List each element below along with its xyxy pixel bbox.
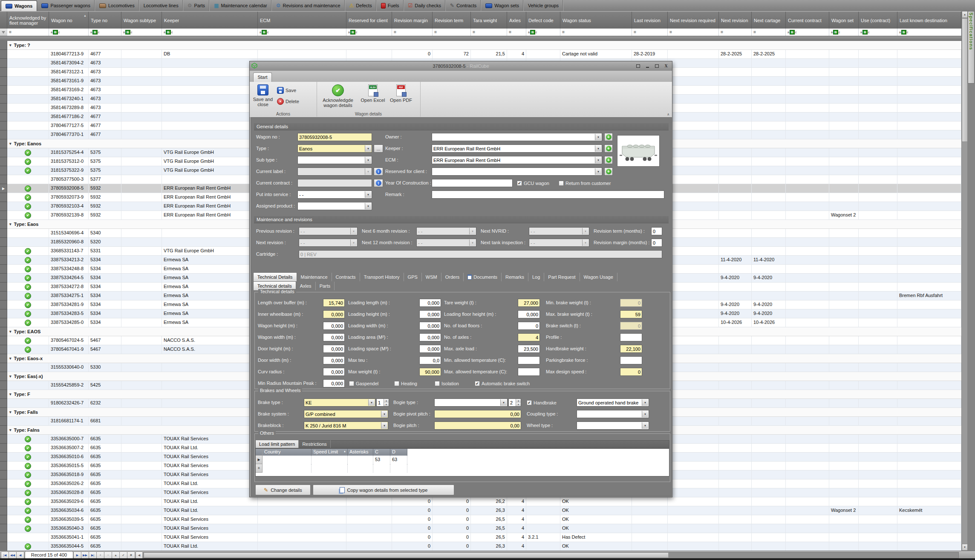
filter-cell-rev_margin[interactable]: = <box>392 29 433 36</box>
tab-wagons[interactable]: Wagons <box>1 0 37 11</box>
chevron-down-icon[interactable]: ▼ <box>595 134 601 140</box>
tab-locomotives[interactable]: Locomotives <box>95 0 139 11</box>
technical-field[interactable]: 0,000 <box>419 345 441 353</box>
horizontal-scrollbar-thumb[interactable] <box>144 552 669 558</box>
technical-field[interactable]: 0,000 <box>323 368 345 376</box>
scroll-up-icon[interactable]: ▲ <box>962 11 968 18</box>
column-header-status[interactable]: Wagon status <box>560 12 632 29</box>
technical-field[interactable]: 0,000 <box>323 310 345 318</box>
nav-forward-icon[interactable]: ▶▶ <box>81 551 89 559</box>
filter-funnel-cell[interactable] <box>0 29 7 36</box>
nav-last-icon[interactable]: ▶| <box>89 551 97 559</box>
spin-down-icon[interactable]: ▼ <box>516 403 521 407</box>
minimize-button[interactable] <box>643 63 652 69</box>
add-button[interactable]: + <box>604 156 613 164</box>
technical-field[interactable]: 0,000 <box>419 322 441 330</box>
technical-field[interactable]: 0,000 <box>323 379 345 387</box>
technical-field[interactable]: 22,100 <box>620 345 642 353</box>
nav-cancel-icon[interactable]: ✖ <box>127 551 135 559</box>
tab-log[interactable]: Log <box>528 273 544 281</box>
tab-remarks[interactable]: Remarks <box>502 273 528 281</box>
remark-field[interactable] <box>432 191 664 199</box>
tab-contracts[interactable]: ✎Contracts <box>446 0 481 11</box>
brake-count-spinner[interactable]: 1▲▼ <box>376 398 389 407</box>
chevron-down-icon[interactable]: ▼ <box>365 145 371 152</box>
technical-checkbox-2[interactable]: Heating <box>394 379 417 387</box>
chevron-down-icon[interactable]: ▼ <box>595 168 601 175</box>
technical-field[interactable]: 0,000 <box>419 310 441 318</box>
technical-field[interactable]: 0 <box>620 368 642 376</box>
nav-rewind-icon[interactable]: ◀◀ <box>9 551 17 559</box>
chevron-down-icon[interactable]: ▼ <box>365 203 371 209</box>
tab-revisions-and-maintenance[interactable]: ⚙Revisions and maintenance <box>272 0 345 11</box>
column-header-next_rev_req[interactable]: Next revision required <box>668 12 719 29</box>
tab-wagon-sets[interactable]: Wagon sets <box>481 0 524 11</box>
tab-part-request[interactable]: Part Request <box>544 273 580 281</box>
chevron-down-icon[interactable]: ▼ <box>381 411 387 417</box>
technical-field[interactable] <box>620 333 642 341</box>
technical-field[interactable]: 15,740 <box>323 299 345 307</box>
save-and-close-button[interactable]: Save and close <box>251 84 274 111</box>
info-button[interactable]: ! <box>374 179 383 187</box>
filter-cell-ecm[interactable]: aBc <box>258 29 346 36</box>
handbrake-checkbox[interactable]: Handbrake <box>527 398 557 407</box>
maintenance-date-field[interactable]: - -▼ <box>416 239 476 247</box>
filter-cell-use[interactable]: aBc <box>859 29 897 36</box>
technical-field[interactable]: 27,000 <box>518 299 540 307</box>
column-header-wagon_set[interactable]: Wagon set <box>829 12 859 29</box>
table-row[interactable]: ✔33536635039-56635TOUAX Rail Services002… <box>0 515 961 524</box>
filter-cell-tara[interactable]: = <box>471 29 507 36</box>
general-field[interactable]: 37805932008-5 <box>297 133 372 141</box>
technical-field[interactable] <box>518 368 540 376</box>
column-header-reserved[interactable]: Reserved for client <box>346 12 392 29</box>
add-button[interactable]: + <box>604 144 613 153</box>
tab-maintenance[interactable]: Maintenance <box>297 273 332 281</box>
technical-field[interactable]: 23,500 <box>518 345 540 353</box>
bogie-type-combo[interactable]: ▼ <box>434 398 508 407</box>
tab-daily-checks[interactable]: ☑Daily checks <box>404 0 446 11</box>
technical-checkbox-1[interactable]: Gaspendel <box>349 379 378 387</box>
filter-cell-subtype[interactable]: aBc <box>121 29 162 36</box>
load-limit-column-d[interactable]: D <box>390 449 407 456</box>
load-limit-new-row[interactable]: ✳ <box>256 464 669 473</box>
maintenance-months-field[interactable]: 0 <box>651 239 662 247</box>
group-row[interactable]: ▾Type: ? <box>0 41 961 50</box>
column-header-last_rev[interactable]: Last revision <box>632 12 668 29</box>
table-row[interactable]: 31804677213-94677DB07221,54Cartage not v… <box>0 50 961 59</box>
technical-checkbox-3[interactable]: Isolation <box>435 379 459 387</box>
table-row[interactable]: ✔33536635029-66635TOUAX Rail Ltd.0026,24… <box>0 497 961 506</box>
filter-cell-last_rev[interactable]: = <box>632 29 668 36</box>
general-field[interactable]: ▼ <box>297 202 372 210</box>
technical-field[interactable]: 0,0 <box>419 356 441 364</box>
close-button[interactable]: X <box>662 63 670 69</box>
vertical-scrollbar[interactable]: ▲ ▼ <box>961 11 968 551</box>
table-row[interactable]: 33536635041-16635TOUAX Rail Services0026… <box>0 533 961 542</box>
bogie-count-spinner[interactable]: 2▲▼ <box>508 398 521 407</box>
nav-edit-icon[interactable]: ▲ <box>112 551 120 559</box>
chevron-down-icon[interactable]: ▼ <box>595 157 601 163</box>
technical-field[interactable]: 0,000 <box>419 333 441 341</box>
general-field[interactable]: ▼ <box>432 133 602 141</box>
nav-next-icon[interactable]: ▶ <box>73 551 81 559</box>
acknowledge-wagon-details-button[interactable]: ✔Acknowledgde wagon details <box>319 84 357 111</box>
chevron-down-icon[interactable]: ▼ <box>469 228 476 234</box>
gcu-wagon-checkbox[interactable]: GCU wagon <box>517 179 549 187</box>
tab-parts[interactable]: ⚙Parts <box>183 0 210 11</box>
add-button[interactable]: + <box>604 133 613 141</box>
column-header-tara[interactable]: Tara weight <box>471 12 507 29</box>
column-header-ecm[interactable]: ECM <box>258 12 346 29</box>
tab-wsm[interactable]: WSM <box>422 273 441 281</box>
column-header-type_no[interactable]: Type no <box>89 12 121 29</box>
maintenance-date-field[interactable]: - -▼ <box>416 227 476 235</box>
chevron-down-icon[interactable]: ▼ <box>582 228 588 234</box>
fullscreen-button[interactable] <box>634 63 642 69</box>
chevron-down-icon[interactable]: ▼ <box>381 422 387 429</box>
cartridge-field[interactable]: 0 | REV <box>299 250 662 258</box>
column-header-keeper[interactable]: Keeper <box>162 12 258 29</box>
chevron-down-icon[interactable]: ▼ <box>642 422 648 429</box>
ribbon-collapse-icon[interactable]: ∧ <box>667 113 669 116</box>
maintenance-date-field[interactable]: - -▼ <box>299 227 358 235</box>
tab-passenger-wagons[interactable]: Passenger wagons <box>37 0 95 11</box>
coupling-type-combo[interactable]: ▼ <box>577 410 649 418</box>
year-of-construction-field[interactable] <box>432 179 513 187</box>
